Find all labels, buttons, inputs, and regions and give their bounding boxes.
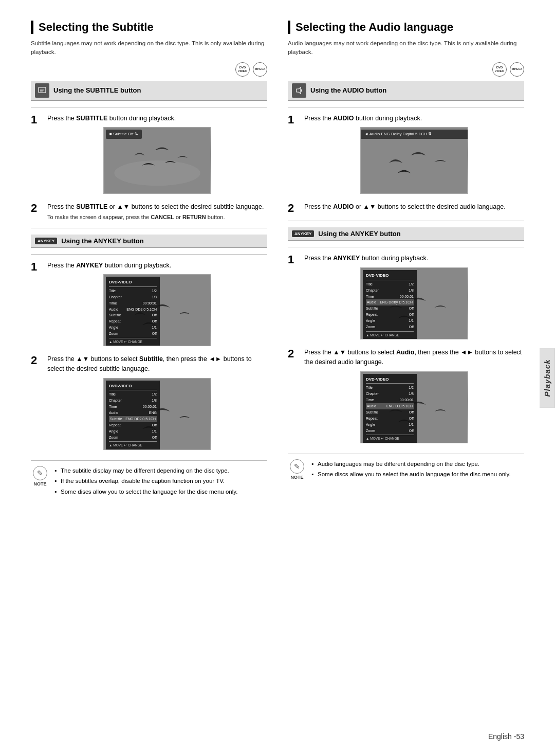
anykey-audio-screen1: DVD-VIDEO Title1/2 Chapter1/8 Time00:00:… bbox=[360, 267, 468, 339]
svg-marker-7 bbox=[297, 87, 301, 94]
left-section-subtitle: Subtitle languages may not work dependin… bbox=[31, 39, 267, 57]
subtitle-button-label: Using the SUBTITLE button bbox=[53, 86, 141, 94]
audio-screen1: ◄ Audio ENG Dolby Digital 5.1CH ⇅ bbox=[360, 127, 468, 194]
note-label-right: NOTE bbox=[290, 475, 303, 480]
anykey-subtitle-step1: 1 Press the ANYKEY button during playbac… bbox=[31, 261, 267, 351]
page: Playback Selecting the Subtitle Subtitle… bbox=[0, 0, 555, 756]
left-note-1: The subtitle display may be different de… bbox=[54, 466, 267, 475]
note-pencil-icon-left: ✎ bbox=[33, 466, 47, 480]
subtitle-step1: 1 Press the SUBTITLE button during playb… bbox=[31, 114, 267, 199]
right-note-list: Audio languages may be different dependi… bbox=[311, 459, 524, 480]
dvd-video-icon-right: DVDVIDEO bbox=[492, 62, 507, 77]
playback-tab: Playback bbox=[540, 348, 555, 407]
subtitle-screen1: ■ Subtitle Off ⇅ bbox=[103, 127, 211, 194]
main-content: Selecting the Subtitle Subtitle language… bbox=[31, 21, 524, 497]
dvd-video-icon: DVDVIDEO bbox=[235, 62, 250, 77]
left-note-2: If the subtitles overlap, disable the ca… bbox=[54, 476, 267, 485]
right-column: Selecting the Audio language Audio langu… bbox=[288, 21, 524, 497]
anykey-subtitle-header: ANYKEY Using the ANYKEY button bbox=[31, 235, 267, 248]
anykey-audio-icon: ANYKEY bbox=[292, 230, 314, 237]
anykey-audio-screen2: DVD-VIDEO Title1/2 Chapter1/8 Time00:00:… bbox=[360, 371, 468, 443]
left-section-title: Selecting the Subtitle bbox=[31, 21, 267, 34]
subtitle-overlay1: ■ Subtitle Off ⇅ bbox=[106, 130, 142, 139]
audio-button-header: Using the AUDIO button bbox=[288, 81, 524, 101]
mpeg4-icon-right: MPEG4 bbox=[510, 62, 524, 77]
anykey-subtitle-icon: ANYKEY bbox=[35, 238, 57, 244]
page-footer: English -53 bbox=[488, 732, 524, 741]
right-section-subtitle: Audio languages may not work depending o… bbox=[288, 39, 524, 57]
anykey-subtitle-label: Using the ANYKEY button bbox=[61, 237, 143, 245]
anykey-subtitle-screen2: DVD-VIDEO Title1/2 Chapter1/8 Time00:00:… bbox=[103, 378, 211, 450]
dvd-menu-anykey-audio1: DVD-VIDEO Title1/2 Chapter1/8 Time00:00:… bbox=[363, 270, 417, 339]
svg-point-4 bbox=[114, 160, 200, 186]
note-pencil-icon-right: ✎ bbox=[290, 459, 304, 474]
note-label-left: NOTE bbox=[33, 481, 46, 487]
anykey-subtitle-screen1: DVD-VIDEO Title1/2 Chapter1/8 Time00:00:… bbox=[103, 274, 211, 346]
dvd-menu-anykey-audio2: DVD-VIDEO Title1/2 Chapter1/8 Time00:00:… bbox=[363, 374, 417, 443]
subtitle-step2: 2 Press the SUBTITLE or ▲▼ buttons to se… bbox=[31, 202, 267, 221]
audio-step2: 2 Press the AUDIO or ▲▼ buttons to selec… bbox=[288, 202, 524, 214]
playback-label: Playback bbox=[543, 359, 551, 397]
anykey-audio-header: ANYKEY Using the ANYKEY button bbox=[288, 227, 524, 241]
right-note-1: Audio languages may be different dependi… bbox=[311, 459, 524, 469]
left-column: Selecting the Subtitle Subtitle language… bbox=[31, 21, 267, 497]
anykey-audio-step1: 1 Press the ANYKEY button during playbac… bbox=[288, 254, 524, 344]
audio-overlay1: ◄ Audio ENG Dolby Digital 5.1CH ⇅ bbox=[361, 130, 468, 139]
anykey-audio-label: Using the ANYKEY button bbox=[318, 230, 400, 238]
dvd-menu-anykey-subtitle1: DVD-VIDEO Title1/2 Chapter1/8 Time00:00:… bbox=[106, 277, 160, 346]
left-disc-icons: DVDVIDEO MPEG4 bbox=[31, 62, 267, 77]
right-disc-icons: DVDVIDEO MPEG4 bbox=[288, 62, 524, 77]
audio-button-label: Using the AUDIO button bbox=[310, 86, 386, 94]
dvd-menu-anykey-subtitle2: DVD-VIDEO Title1/2 Chapter1/8 Time00:00:… bbox=[106, 381, 160, 450]
audio-button-icon bbox=[292, 83, 306, 98]
left-note-3: Some discs allow you to select the langu… bbox=[54, 487, 267, 496]
right-note-2: Some discs allow you to select the audio… bbox=[311, 470, 524, 479]
left-note-box: ✎ NOTE The subtitle display may be diffe… bbox=[31, 460, 267, 497]
subtitle-button-header: Using the SUBTITLE button bbox=[31, 81, 267, 101]
mpeg4-icon: MPEG4 bbox=[253, 62, 267, 77]
audio-step1: 1 Press the AUDIO button during playback… bbox=[288, 114, 524, 199]
left-note-list: The subtitle display may be different de… bbox=[54, 466, 267, 497]
subtitle-button-icon bbox=[35, 83, 49, 98]
right-note-box: ✎ NOTE Audio languages may be different … bbox=[288, 454, 524, 480]
page-number: English -53 bbox=[488, 732, 524, 741]
right-section-title: Selecting the Audio language bbox=[288, 21, 524, 34]
anykey-audio-step2: 2 Press the ▲▼ buttons to select Audio, … bbox=[288, 348, 524, 447]
anykey-subtitle-step2: 2 Press the ▲▼ buttons to select Subtitl… bbox=[31, 354, 267, 454]
